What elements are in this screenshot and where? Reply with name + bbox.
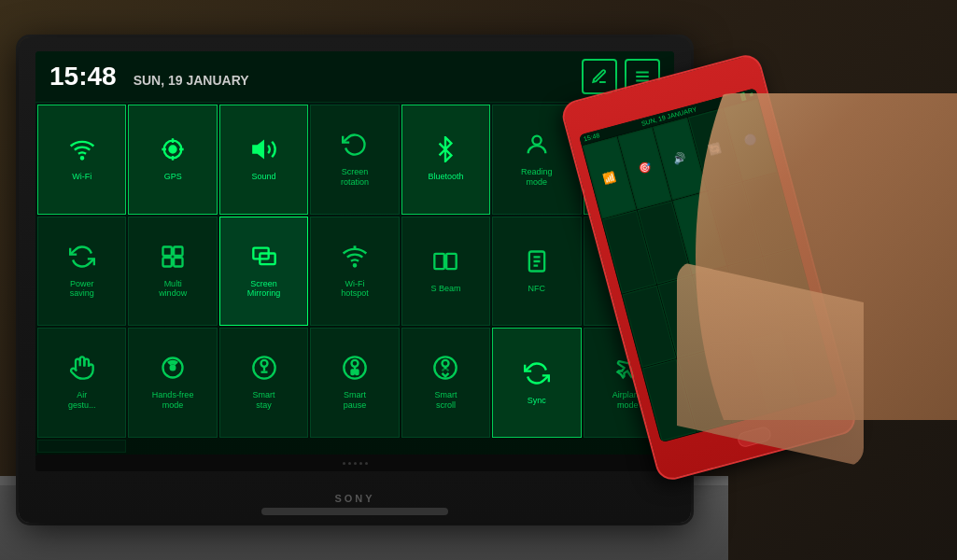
status-bar: 15:48 SUN, 19 JANUARY	[35, 51, 674, 103]
multi-window-icon	[160, 244, 186, 273]
svg-rect-35	[351, 371, 353, 375]
status-left: 15:48 SUN, 19 JANUARY	[49, 63, 249, 90]
status-time: 15:48	[49, 63, 117, 90]
svg-point-33	[351, 360, 358, 367]
nfc-label: NFC	[528, 284, 546, 294]
tile-smart-pause[interactable]: Smartpause	[310, 328, 399, 438]
screen-rotation-label: Screenrotation	[341, 167, 369, 188]
handsfree-icon	[160, 355, 186, 385]
svg-point-3	[81, 158, 83, 160]
nfc-icon	[524, 248, 550, 278]
tile-sound[interactable]: Sound	[219, 105, 308, 215]
air-gesture-icon	[69, 355, 95, 385]
phone-sound-icon: 🔊	[672, 151, 688, 166]
tile-handsfree[interactable]: Hands-freemode	[128, 328, 217, 438]
screen-mirroring-label: ScreenMirroring	[247, 279, 281, 300]
smart-scroll-label: Smartscroll	[434, 390, 457, 411]
svg-point-37	[443, 360, 449, 367]
svg-rect-17	[163, 258, 172, 266]
tile-multi-window[interactable]: Multiwindow	[128, 217, 217, 327]
tile-sync[interactable]: Sync	[492, 328, 581, 438]
sound-icon	[251, 136, 277, 166]
tile-nfc[interactable]: NFC	[492, 217, 581, 327]
bluetooth-icon	[432, 136, 458, 166]
air-gesture-label: Airgestu...	[68, 390, 96, 411]
edit-icon-button[interactable]	[582, 59, 617, 94]
svg-point-21	[354, 264, 356, 266]
tv-brand-logo: SONY	[334, 493, 374, 504]
svg-marker-10	[253, 142, 263, 157]
phone-gps-icon: 🎯	[637, 161, 653, 175]
smart-pause-label: Smartpause	[344, 390, 367, 411]
tile-smart-scroll[interactable]: Smartscroll	[401, 328, 490, 438]
tile-air-gesture[interactable]: Airgestu...	[37, 328, 126, 438]
tile-screen-mirroring[interactable]: ScreenMirroring	[219, 217, 308, 327]
wifi-icon	[69, 136, 95, 166]
reading-mode-label: Readingmode	[521, 167, 553, 188]
tile-empty	[37, 440, 126, 453]
svg-point-11	[532, 136, 541, 145]
multi-window-label: Multiwindow	[159, 279, 187, 300]
smart-scroll-icon	[432, 355, 458, 385]
sound-label: Sound	[252, 172, 276, 182]
bluetooth-label: Bluetooth	[428, 172, 463, 182]
svg-point-31	[260, 360, 267, 367]
smart-pause-icon	[342, 355, 368, 385]
speaker-dots	[343, 462, 368, 465]
status-date: SUN, 19 JANUARY	[134, 73, 249, 88]
svg-rect-23	[435, 254, 445, 269]
svg-rect-15	[163, 246, 172, 255]
tile-smart-stay[interactable]: Smartstay	[219, 328, 308, 438]
gps-label: GPS	[164, 172, 182, 182]
power-saving-label: Powersaving	[70, 279, 94, 300]
screen-mirroring-icon	[251, 244, 277, 273]
phone-wifi-icon: 📶	[601, 170, 617, 185]
s-beam-icon	[432, 248, 458, 278]
svg-point-30	[171, 366, 176, 371]
screen-rotation-icon	[342, 132, 368, 161]
wifi-hotspot-icon	[342, 244, 368, 273]
speaker-bar	[35, 455, 674, 471]
power-saving-icon	[69, 244, 95, 273]
handsfree-label: Hands-freemode	[152, 390, 194, 411]
wifi-label: Wi-Fi	[72, 172, 91, 182]
svg-rect-24	[447, 254, 457, 269]
smart-stay-label: Smartstay	[253, 390, 275, 411]
tile-gps[interactable]: GPS	[128, 105, 217, 215]
tile-screen-rotation[interactable]: Screenrotation	[310, 105, 399, 215]
tile-s-beam[interactable]: S Beam	[401, 217, 490, 327]
tv-stand	[261, 508, 448, 515]
sync-icon	[524, 360, 550, 390]
smart-stay-icon	[251, 355, 277, 385]
tile-bluetooth[interactable]: Bluetooth	[401, 105, 490, 215]
tile-wifi[interactable]: Wi-Fi	[37, 105, 126, 215]
wifi-hotspot-label: Wi-Fihotspot	[341, 279, 369, 300]
tile-wifi-hotspot[interactable]: Wi-Fihotspot	[310, 217, 399, 327]
svg-point-5	[170, 147, 176, 153]
reading-mode-icon	[524, 132, 550, 161]
s-beam-label: S Beam	[430, 284, 460, 294]
svg-rect-18	[174, 258, 182, 266]
svg-rect-16	[174, 246, 182, 255]
gps-icon	[160, 136, 186, 166]
svg-rect-36	[356, 371, 358, 375]
sync-label: Sync	[528, 396, 546, 406]
tile-power-saving[interactable]: Powersaving	[37, 217, 126, 327]
